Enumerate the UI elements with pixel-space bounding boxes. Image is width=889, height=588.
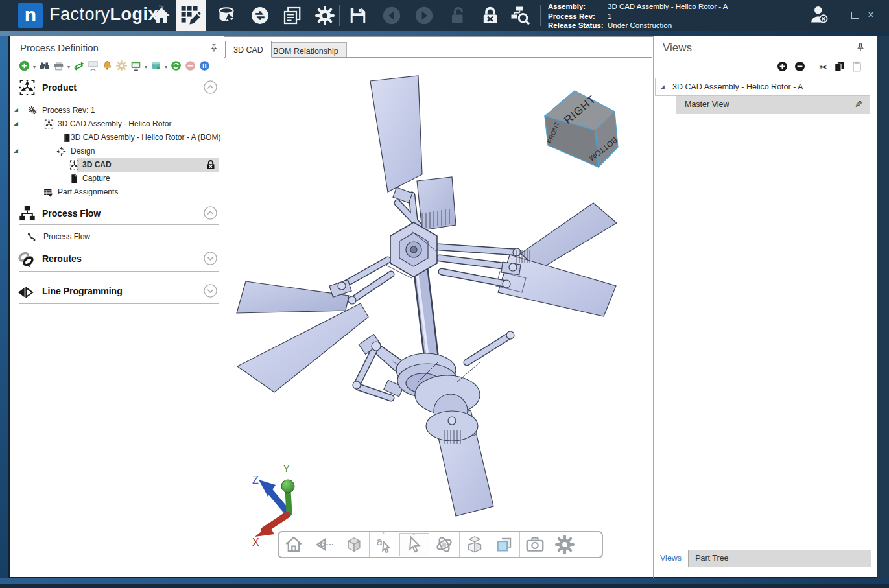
tree-item-process-flow[interactable]: Process Flow <box>10 230 225 244</box>
product-tree: ◢ Process Rev: 1 ◢ 3D CAD Assembly - Hel… <box>10 104 225 200</box>
section-process-flow[interactable]: Process Flow <box>10 205 225 224</box>
dropdown-caret-icon[interactable]: ▾ <box>67 64 70 70</box>
assembly-value: 3D CAD Assembly - Helico Rotor - A <box>608 3 728 10</box>
panel-title: Process Definition <box>20 42 99 53</box>
tab-bom-relationship[interactable]: BOM Relationship <box>265 42 347 58</box>
expander-icon[interactable]: ◢ <box>14 106 18 113</box>
alerts-bell-icon[interactable] <box>102 60 113 74</box>
add-icon[interactable] <box>19 60 30 74</box>
axis-y-label: Y <box>283 464 290 474</box>
section-reroutes[interactable]: Reroutes <box>10 250 225 270</box>
views-tree-master-view[interactable]: Master View ✎ <box>655 96 870 114</box>
deploy-icon[interactable] <box>130 60 141 74</box>
tree-item-bom[interactable]: 3D CAD Assembly - Helico Rotor - A (BOM) <box>10 131 225 145</box>
dropdown-caret-icon[interactable]: ▾ <box>145 64 147 70</box>
display-style-icon[interactable] <box>339 532 369 557</box>
tree-item-process-rev[interactable]: ◢ Process Rev: 1 <box>10 104 225 117</box>
views-tree-root[interactable]: ◢ 3D CAD Assembly - Helico Rotor - A <box>655 78 870 96</box>
refresh-icon[interactable] <box>171 60 182 74</box>
copy-icon[interactable] <box>834 61 845 75</box>
process-definition-icon[interactable] <box>176 0 206 31</box>
stop-icon <box>185 60 196 74</box>
view-cube[interactable]: RIGHT BOTTOM FRONT <box>545 91 619 167</box>
line-arrows-icon <box>17 284 34 303</box>
user-logout-icon[interactable] <box>809 5 829 24</box>
expander-icon[interactable]: ◢ <box>660 84 665 90</box>
select-icon[interactable]: ▴ <box>399 533 429 556</box>
tab-part-tree[interactable]: Part Tree <box>689 550 735 567</box>
collapse-up-icon[interactable] <box>203 206 218 223</box>
print-icon[interactable] <box>53 60 64 74</box>
save-icon[interactable] <box>348 6 368 25</box>
home-view-icon[interactable] <box>279 532 309 557</box>
collapse-up-icon[interactable] <box>203 80 218 97</box>
tab-views[interactable]: Views <box>654 550 689 567</box>
home-icon[interactable] <box>152 6 171 25</box>
cut-scissors-icon[interactable]: ✂ <box>819 62 827 73</box>
navigate-forward-icon[interactable] <box>414 6 434 25</box>
tree-item-3d-cad[interactable]: 3D CAD <box>10 158 225 172</box>
present-icon[interactable] <box>88 60 99 74</box>
tree-item-design[interactable]: ◢ Design <box>10 145 225 158</box>
pin-icon[interactable] <box>209 43 219 55</box>
material-handling-icon[interactable] <box>217 6 236 25</box>
viewport-toolbar: ▴ ▴ <box>278 531 603 558</box>
section-product[interactable]: Product <box>10 79 225 99</box>
window-bottom-strip <box>0 578 889 584</box>
tree-item-label: Master View <box>685 100 729 109</box>
dropdown-caret-icon[interactable]: ▾ <box>33 64 36 70</box>
explode-icon[interactable] <box>460 532 490 557</box>
view-settings-gear-icon[interactable] <box>550 532 580 557</box>
add-view-icon[interactable] <box>777 61 788 75</box>
configure-gear-icon[interactable] <box>116 60 127 74</box>
views-toolbar: ✂ <box>654 60 869 75</box>
3d-viewport[interactable]: RIGHT BOTTOM FRONT Z Y X <box>224 58 652 577</box>
tree-item-label: 3D CAD <box>82 160 112 169</box>
section-label: Reroutes <box>42 253 82 264</box>
tree-item-part-assignments[interactable]: Part Assignments <box>10 185 225 199</box>
title-bar: n FactoryLogix™ Assembly:3D CAD Assembly… <box>0 0 889 31</box>
select-label-icon[interactable]: ▴ <box>370 532 399 557</box>
expander-icon[interactable]: ◢ <box>14 120 18 126</box>
edit-pencil-icon[interactable]: ✎ <box>855 99 862 110</box>
process-definition-panel: Process Definition ▾ ▾ ▾ ▾ Product ◢ <box>8 36 224 578</box>
view-orientation-icon[interactable] <box>309 532 339 557</box>
find-icon[interactable] <box>39 60 50 74</box>
tree-item-assembly[interactable]: ◢ 3D CAD Assembly - Helico Rotor <box>10 117 225 131</box>
close-button[interactable]: × <box>864 8 878 23</box>
lock-close-icon[interactable] <box>480 6 500 25</box>
tree-item-label: Design <box>71 147 95 156</box>
panel-title: Views <box>663 41 692 54</box>
dropdown-caret-icon[interactable]: ▾ <box>165 64 167 70</box>
section-line-programming[interactable]: Line Programming <box>10 283 225 302</box>
data-sync-icon[interactable] <box>250 6 270 25</box>
tab-3d-cad[interactable]: 3D CAD <box>225 41 272 58</box>
navigate-back-icon[interactable] <box>382 6 401 25</box>
release-search-icon[interactable] <box>510 6 530 25</box>
remove-view-icon[interactable] <box>794 61 805 75</box>
tree-item-label: Process Rev: 1 <box>42 106 95 115</box>
minimize-button[interactable] <box>833 8 847 23</box>
main-content: 3D CAD BOM Relationship <box>224 36 653 578</box>
expander-icon[interactable]: ◢ <box>14 147 18 154</box>
database-icon[interactable] <box>150 60 161 74</box>
product-cube-icon <box>19 79 36 99</box>
components-icon[interactable] <box>73 60 84 74</box>
pin-icon[interactable] <box>856 43 865 54</box>
unlock-icon[interactable] <box>448 6 468 25</box>
expand-down-icon[interactable] <box>203 283 218 301</box>
snapshot-camera-icon[interactable] <box>520 532 550 557</box>
orbit-icon[interactable] <box>429 532 459 557</box>
documents-icon[interactable] <box>283 6 302 25</box>
tree-item-capture[interactable]: Capture <box>10 172 225 185</box>
settings-gear-icon[interactable] <box>315 6 335 25</box>
release-status-label: Release Status: <box>548 21 608 30</box>
tab-label: Views <box>660 554 682 563</box>
maximize-button[interactable] <box>848 8 862 23</box>
table-check-icon <box>43 187 53 199</box>
section-icon[interactable] <box>490 532 519 557</box>
pause-icon[interactable] <box>199 60 210 74</box>
expand-down-icon[interactable] <box>203 251 218 268</box>
tree-item-label: Capture <box>82 174 110 183</box>
chain-icon <box>18 250 35 270</box>
